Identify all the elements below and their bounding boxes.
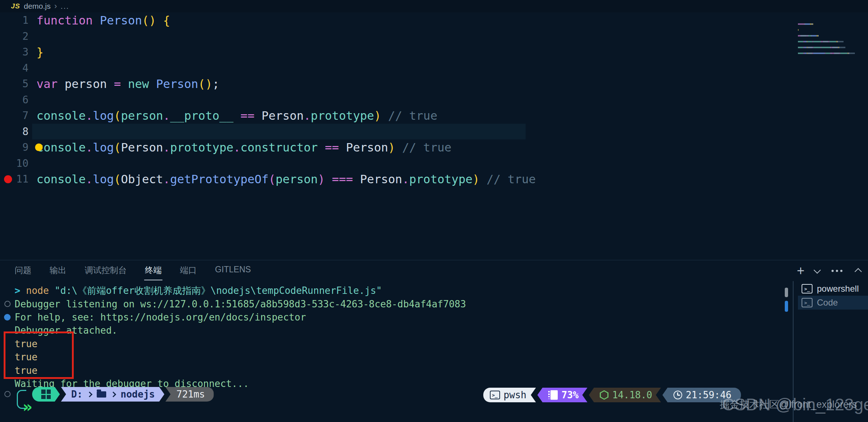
command-decoration-circle-icon[interactable]: [4, 391, 11, 397]
token: (: [142, 14, 149, 27]
minimap[interactable]: [798, 23, 866, 63]
code-text: var person = new Person();: [37, 77, 219, 91]
token: [395, 141, 402, 154]
annotation-red-box: [4, 331, 74, 379]
panel-tab-3[interactable]: 调试控制台: [84, 261, 127, 280]
terminal-scroll-decoration-gray[interactable]: [785, 288, 788, 297]
token: node: [26, 285, 54, 296]
terminal-scroll-decoration-blue[interactable]: [785, 301, 788, 312]
minimap-token: [798, 47, 803, 48]
token: Debugger listening on ws://127.0.0.1:516…: [15, 299, 466, 310]
minimap-token: [804, 47, 807, 48]
token: // true: [388, 109, 437, 123]
token: .: [163, 109, 170, 123]
token: [149, 77, 156, 91]
lightbulb-icon[interactable]: [35, 143, 43, 151]
token: [318, 141, 325, 154]
terminal-icon: >_: [802, 298, 813, 307]
minimap-token: [798, 35, 800, 37]
minimap-token: [807, 53, 812, 54]
line-number: 3: [16, 46, 28, 58]
minimap-token: [807, 47, 812, 48]
breadcrumb-symbol-more[interactable]: ...: [61, 2, 69, 11]
token: ): [472, 172, 479, 186]
panel-tab-2[interactable]: 输出: [49, 261, 67, 280]
vscode-window: { "breadcrumb": { "icon": "JS", "file": …: [0, 0, 868, 422]
token: [339, 141, 346, 154]
token: getPrototypeOf: [170, 172, 269, 186]
token: [156, 14, 163, 27]
breadcrumb-file-name[interactable]: demo.js: [24, 2, 51, 11]
token: __proto__: [170, 109, 233, 123]
panel-tab-4[interactable]: 终端: [144, 261, 162, 280]
token: ;: [212, 77, 219, 91]
token: [107, 77, 114, 91]
panel-tab-5[interactable]: 端口: [179, 261, 197, 280]
panel-tab-6[interactable]: GITLENS: [214, 261, 251, 280]
minimap-token: [840, 47, 845, 48]
token: (: [269, 172, 276, 186]
command-decoration-dot-icon[interactable]: [4, 314, 11, 321]
chevron-right-icon: [111, 391, 116, 397]
minimap-token: [805, 23, 810, 25]
token: // true: [402, 141, 452, 154]
token: >: [15, 285, 26, 296]
token: ): [205, 77, 212, 91]
breakpoint-gutter[interactable]: [0, 175, 16, 183]
node-version-label: 14.18.0: [612, 390, 652, 400]
minimap-token: [849, 53, 855, 54]
terminal-line: For help, see: https://nodejs.org/en/doc…: [0, 311, 466, 324]
code-line: 7console.log(person.__proto__ == Person.…: [0, 108, 868, 124]
terminal-list-item[interactable]: >_powershell: [798, 282, 868, 296]
token: Object: [121, 172, 163, 186]
token: Person: [360, 172, 402, 186]
terminal-text: > node "d:\《前端offer收割机养成指南》\nodejs\tempC…: [15, 284, 382, 297]
token: {: [163, 14, 170, 27]
code-line: 11console.log(Object.getPrototypeOf(pers…: [0, 171, 868, 187]
windows-logo-icon: [41, 390, 51, 399]
line-number: 1: [16, 14, 28, 26]
token: .: [233, 141, 240, 154]
chevron-down-icon[interactable]: [814, 266, 821, 274]
token: [480, 172, 487, 186]
minimap-token: [831, 53, 834, 54]
code-editor[interactable]: 1function Person() {23}45var person = ne…: [0, 12, 868, 260]
code-text: }: [37, 45, 43, 59]
minimap-line: [798, 28, 866, 31]
minimap-line: [798, 46, 866, 49]
token: Person: [262, 109, 304, 123]
line-number: 8: [16, 126, 28, 138]
minimap-token: [798, 29, 799, 31]
chevron-up-icon[interactable]: [854, 268, 862, 275]
code-text: console.log(Person.prototype.constructor…: [37, 141, 452, 154]
chevron-right-icon: [87, 391, 93, 397]
minimap-token: [807, 41, 812, 42]
minimap-token: [804, 53, 807, 54]
minimap-token: [821, 47, 830, 48]
status-powerline: >_ pwsh 73% 14.18.0 21:59:46: [483, 388, 741, 402]
minimap-token: [798, 23, 804, 25]
code-line: 4: [0, 60, 868, 76]
minimap-token: [813, 47, 821, 48]
token: person: [276, 172, 318, 186]
shell-label: pwsh: [504, 390, 527, 400]
chevron-right-icon: ›: [54, 1, 57, 11]
panel-tab-1[interactable]: 问题: [14, 261, 32, 280]
terminal-list-item[interactable]: >_Code: [798, 296, 868, 310]
ellipsis-icon[interactable]: [831, 270, 844, 272]
terminal-text: Debugger listening on ws://127.0.0.1:516…: [15, 299, 466, 310]
duration-label: 721ms: [176, 389, 205, 400]
code-line: 2: [0, 28, 868, 45]
minimap-token: [798, 53, 803, 54]
minimap-token: [798, 41, 803, 42]
command-decoration-circle-icon[interactable]: [4, 301, 11, 307]
terminal-list-divider[interactable]: [793, 281, 794, 422]
minimap-token: [833, 47, 838, 48]
plus-icon[interactable]: +: [797, 264, 804, 277]
code-text: function Person() {: [37, 14, 170, 27]
token: [254, 109, 261, 123]
code-line: 8: [0, 124, 868, 140]
token: (: [114, 109, 121, 123]
token: .: [86, 109, 93, 123]
token: Person: [100, 14, 142, 27]
